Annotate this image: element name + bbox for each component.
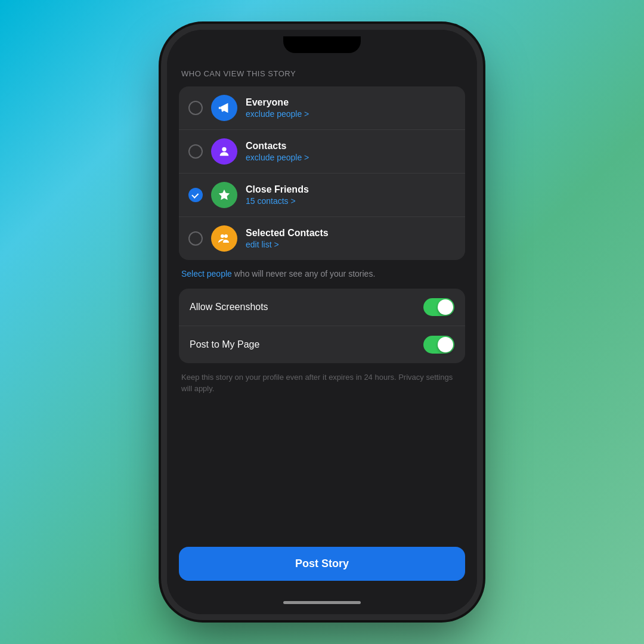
option-subtitle-everyone[interactable]: exclude people > xyxy=(246,109,309,119)
options-card: Everyone exclude people > Contacts exclu… xyxy=(179,86,465,260)
icon-selected-contacts xyxy=(211,225,237,252)
post-story-label: Post Story xyxy=(295,558,349,569)
svg-point-1 xyxy=(222,147,226,151)
radio-selected-contacts[interactable] xyxy=(188,231,203,246)
home-bar xyxy=(283,601,361,604)
svg-point-0 xyxy=(221,110,224,112)
hint-text: Select people who will never see any of … xyxy=(179,268,465,280)
option-selected-contacts[interactable]: Selected Contacts edit list > xyxy=(179,217,465,260)
option-title-contacts: Contacts xyxy=(246,141,309,151)
radio-everyone[interactable] xyxy=(188,101,203,115)
home-indicator xyxy=(167,590,477,614)
hint-rest: who will never see any of your stories. xyxy=(232,269,375,278)
icon-close-friends xyxy=(211,182,237,208)
option-subtitle-contacts[interactable]: exclude people > xyxy=(246,153,309,162)
radio-contacts[interactable] xyxy=(188,144,203,159)
icon-everyone xyxy=(211,95,237,121)
phone-content: WHO CAN VIEW THIS STORY Everyone exc xyxy=(167,60,477,590)
toggle-page-label: Post to My Page xyxy=(190,339,259,350)
option-everyone[interactable]: Everyone exclude people > xyxy=(179,86,465,130)
phone-frame: WHO CAN VIEW THIS STORY Everyone exc xyxy=(167,30,477,614)
option-text-close-friends: Close Friends 15 contacts > xyxy=(246,184,309,206)
radio-close-friends[interactable] xyxy=(188,188,203,202)
toggle-screenshots-label: Allow Screenshots xyxy=(190,302,268,312)
svg-point-3 xyxy=(224,234,228,238)
option-title-close-friends: Close Friends xyxy=(246,184,309,195)
option-subtitle-selected-contacts[interactable]: edit list > xyxy=(246,240,329,249)
option-text-selected-contacts: Selected Contacts edit list > xyxy=(246,228,329,249)
footer-hint: Keep this story on your profile even aft… xyxy=(179,371,465,395)
icon-contacts xyxy=(211,138,237,165)
toggle-page-knob xyxy=(438,337,453,352)
svg-point-2 xyxy=(221,234,224,238)
toggle-page[interactable] xyxy=(423,336,454,354)
option-text-contacts: Contacts exclude people > xyxy=(246,141,309,162)
phone-top-bar xyxy=(167,30,477,60)
toggle-card: Allow Screenshots Post to My Page xyxy=(179,289,465,363)
hint-link[interactable]: Select people xyxy=(181,269,232,278)
notch xyxy=(283,36,361,53)
option-text-everyone: Everyone exclude people > xyxy=(246,97,309,119)
section-label: WHO CAN VIEW THIS STORY xyxy=(179,69,465,78)
option-contacts[interactable]: Contacts exclude people > xyxy=(179,130,465,174)
toggle-screenshots-knob xyxy=(438,299,453,315)
option-subtitle-close-friends[interactable]: 15 contacts > xyxy=(246,196,309,206)
option-title-everyone: Everyone xyxy=(246,97,309,108)
post-story-button[interactable]: Post Story xyxy=(179,547,465,581)
toggle-screenshots[interactable] xyxy=(423,298,454,316)
option-close-friends[interactable]: Close Friends 15 contacts > xyxy=(179,174,465,217)
option-title-selected-contacts: Selected Contacts xyxy=(246,228,329,239)
toggle-screenshots-row: Allow Screenshots xyxy=(179,289,465,326)
toggle-page-row: Post to My Page xyxy=(179,326,465,363)
